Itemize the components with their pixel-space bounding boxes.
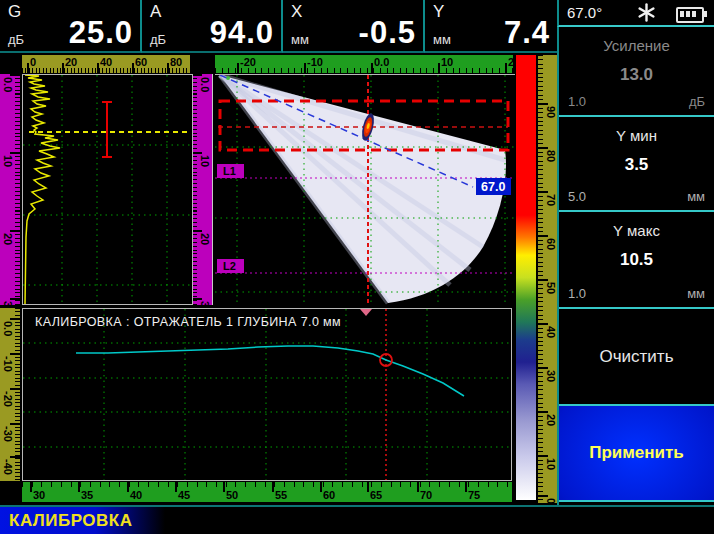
ruler-tick-label: 55 xyxy=(275,490,287,501)
probe-angle-value: 67.0° xyxy=(567,4,602,21)
ruler-tick-label: 30 xyxy=(199,301,210,305)
ruler-tick-label: -10 xyxy=(307,57,323,68)
ruler-tick-label: 50 xyxy=(545,282,556,294)
ruler-tick-label: 65 xyxy=(370,490,382,501)
ruler-tick-label: 20 xyxy=(545,414,556,426)
calibration-title: КАЛИБРОВКА : ОТРАЖАТЕЛЬ 1 ГЛУБИНА 7.0 мм xyxy=(35,315,341,329)
menu-item-value: 10.5 xyxy=(559,239,714,270)
readout-value: 7.4 xyxy=(504,15,550,51)
ruler-tick-label: 0.0 xyxy=(2,77,13,92)
ruler-minor-ticks xyxy=(15,74,20,305)
ruler-major-tick xyxy=(10,318,20,320)
ruler-tick-label: 45 xyxy=(178,490,190,501)
ruler-major-tick xyxy=(97,63,99,73)
ruler-tick-label: 40 xyxy=(130,490,142,501)
ruler-tick-label: 80 xyxy=(170,57,182,68)
calibration-angle-ruler: 30354045505560657075 xyxy=(22,482,512,502)
mode-label: КАЛИБРОВКА xyxy=(9,511,133,531)
ruler-major-tick xyxy=(127,482,129,492)
ruler-tick-label: 0 xyxy=(545,498,556,503)
apply-button[interactable]: Применить xyxy=(559,406,714,502)
flaw-detector-screen: G дБ 25.0 A дБ 94.0 X мм -0.5 Y мм 7.4 6… xyxy=(0,0,714,534)
readout-label: A xyxy=(150,2,161,22)
menu-item-step: 5.0 xyxy=(568,189,586,204)
ruler-tick-label: 10 xyxy=(2,155,13,167)
readout-amplitude: A дБ 94.0 xyxy=(142,0,283,53)
ruler-major-tick xyxy=(10,456,20,458)
calibration-db-ruler: 0.0-10-20-30-40 xyxy=(0,308,20,481)
ruler-major-tick xyxy=(192,230,202,232)
ruler-major-tick xyxy=(465,482,467,492)
ruler-major-tick xyxy=(538,147,548,149)
ruler-major-tick xyxy=(538,279,548,281)
ruler-tick-label: 0.0 xyxy=(199,77,210,92)
clear-button[interactable]: Очистить xyxy=(559,309,714,406)
readout-label: G xyxy=(8,2,21,22)
menu-item-step: 1.0 xyxy=(568,94,586,109)
calibration-curve xyxy=(76,346,464,396)
layer-cursor-label: L2 xyxy=(223,260,236,272)
menu-item-gain[interactable]: Усиление 13.0 1.0 дБ xyxy=(559,27,714,117)
ruler-major-tick xyxy=(27,63,29,73)
ruler-major-tick xyxy=(10,74,20,76)
ruler-major-tick xyxy=(10,353,20,355)
ruler-major-tick xyxy=(538,323,548,325)
menu-item-value: 13.0 xyxy=(559,54,714,85)
ruler-major-tick xyxy=(438,63,440,73)
ruler-minor-ticks xyxy=(22,68,190,73)
ruler-tick-label: -10 xyxy=(2,356,13,372)
ruler-tick-label: 40 xyxy=(100,57,112,68)
readout-unit: мм xyxy=(291,32,309,47)
ruler-major-tick xyxy=(505,63,507,73)
ruler-tick-label: 60 xyxy=(135,57,147,68)
readout-value: 94.0 xyxy=(210,15,274,51)
calibration-panel: КАЛИБРОВКА : ОТРАЖАТЕЛЬ 1 ГЛУБИНА 7.0 мм xyxy=(22,308,512,481)
battery-icon xyxy=(676,7,704,23)
menu-item-unit: дБ xyxy=(689,94,705,109)
ruler-tick-label: 0.0 xyxy=(374,57,389,68)
ruler-tick-label: 75 xyxy=(468,490,480,501)
readout-value: 25.0 xyxy=(69,15,133,51)
readout-x: X мм -0.5 xyxy=(283,0,425,53)
ruler-major-tick xyxy=(192,74,202,76)
ruler-tick-label: 90 xyxy=(545,106,556,118)
ruler-major-tick xyxy=(192,298,202,300)
ruler-major-tick xyxy=(10,388,20,390)
ruler-major-tick xyxy=(132,63,134,73)
ruler-tick-label: 70 xyxy=(420,490,432,501)
ruler-tick-label: 30 xyxy=(2,301,13,305)
ruler-minor-ticks xyxy=(215,68,513,73)
ruler-tick-label: 60 xyxy=(323,490,335,501)
ruler-major-tick xyxy=(237,63,239,73)
ruler-major-tick xyxy=(30,482,32,492)
menu-item-ymax[interactable]: Y макс 10.5 1.0 мм xyxy=(559,212,714,309)
ruler-tick-label: -30 xyxy=(2,426,13,442)
ruler-tick-label: -40 xyxy=(2,459,13,475)
readout-label: Y xyxy=(433,2,444,22)
ruler-tick-label: 80 xyxy=(545,150,556,162)
ascan-trace-plot xyxy=(23,75,192,304)
beam-angle-label: 67.0 xyxy=(481,180,505,194)
readout-unit: дБ xyxy=(8,32,24,47)
ascan-trace xyxy=(25,75,60,304)
ascan-amplitude-ruler: 020406080 xyxy=(22,55,190,73)
readout-value: -0.5 xyxy=(359,15,416,51)
ruler-tick-label: 30 xyxy=(33,490,45,501)
ruler-major-tick xyxy=(367,482,369,492)
menu-item-ymin[interactable]: Y мин 3.5 5.0 мм xyxy=(559,117,714,212)
ruler-major-tick xyxy=(10,152,20,154)
ruler-major-tick xyxy=(192,152,202,154)
menu-item-unit: мм xyxy=(687,189,705,204)
ruler-tick-label: 10 xyxy=(441,57,453,68)
ruler-minor-ticks xyxy=(22,482,512,487)
ruler-major-tick xyxy=(538,411,548,413)
ruler-major-tick xyxy=(538,191,548,193)
ruler-tick-label: 20 xyxy=(65,57,77,68)
ascan-depth-ruler-left: 0.0102030 xyxy=(0,74,20,305)
ruler-major-tick xyxy=(320,482,322,492)
ruler-tick-label: -20 xyxy=(240,57,256,68)
ruler-major-tick xyxy=(10,230,20,232)
menu-item-label: Усиление xyxy=(559,27,714,54)
position-marker-triangle xyxy=(360,309,372,316)
ruler-major-tick xyxy=(371,63,373,73)
